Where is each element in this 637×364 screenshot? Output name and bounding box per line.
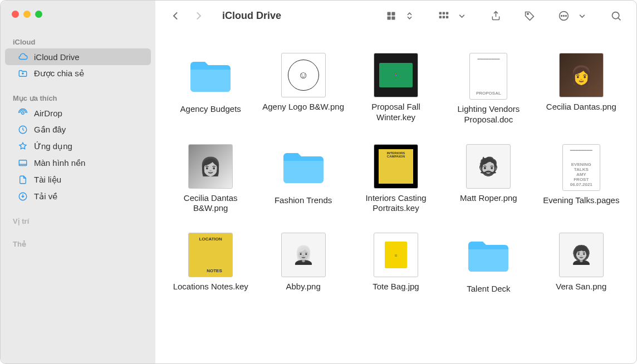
image-thumbnail: LOCATIONNOTES	[188, 233, 233, 277]
section-icloud: iCloud	[1, 36, 155, 48]
folder-icon	[465, 233, 512, 279]
svg-point-0	[22, 73, 23, 74]
download-icon	[17, 191, 28, 202]
file-label: Locations Notes.key	[173, 282, 248, 292]
file-item[interactable]: 👩‍🦱Vera San.png	[540, 233, 623, 294]
sidebar-item-label: Tài liệu	[34, 175, 61, 185]
file-label: Interiors Casting Portraits.key	[354, 193, 438, 214]
svg-rect-7	[388, 16, 391, 19]
sidebar-item-label: AirDrop	[34, 109, 62, 118]
section-locations: Vị trí	[1, 215, 155, 228]
image-thumbnail: 👱‍♀️	[281, 233, 326, 277]
sidebar-item-airdrop[interactable]: AirDrop	[5, 105, 151, 121]
sidebar-item-recents[interactable]: Gần đây	[5, 121, 151, 138]
clock-icon	[17, 124, 28, 135]
sidebar-item-desktop[interactable]: Màn hình nền	[5, 155, 151, 171]
sidebar-item-applications[interactable]: Ứng dụng	[5, 138, 151, 155]
svg-point-1	[22, 112, 24, 115]
svg-rect-9	[439, 12, 442, 14]
file-item[interactable]: Talent Deck	[447, 233, 530, 294]
sidebar-item-shared[interactable]: Được chia sẻ	[5, 65, 151, 82]
toolbar-right	[382, 7, 625, 25]
file-item[interactable]: 🧔Matt Roper.png	[447, 144, 530, 214]
sidebar-item-label: Màn hình nền	[34, 158, 85, 168]
file-item[interactable]: Fashion Trends	[261, 144, 345, 214]
forward-button[interactable]	[189, 7, 208, 25]
shared-folder-icon	[17, 68, 28, 79]
document-thumbnail: ▬▬▬▬▬▬▬▬PROPOSAL	[469, 53, 507, 100]
file-item[interactable]: 👱‍♀️Abby.png	[261, 233, 345, 294]
sidebar-item-label: Tải về	[34, 191, 57, 201]
svg-point-15	[527, 13, 528, 14]
back-button[interactable]	[166, 7, 185, 25]
document-thumbnail: ▬▬▬▬▬▬▬▬EVENING TALKSAMYFROST06.07.2021	[562, 144, 600, 191]
file-label: Agency Budgets	[180, 104, 241, 115]
file-item[interactable]: ☺Tote Bag.jpg	[354, 233, 438, 294]
cloud-icon	[17, 51, 28, 62]
group-chevron-down-icon[interactable]	[453, 7, 471, 25]
applications-icon	[17, 141, 28, 152]
section-favorites: Mục ưa thích	[1, 92, 155, 105]
file-item[interactable]: INTERIORSCAMPAIGNInteriors Casting Portr…	[354, 144, 438, 214]
svg-point-19	[566, 15, 567, 16]
file-item[interactable]: 👩Cecilia Dantas B&W.png	[169, 144, 252, 214]
maximize-button[interactable]	[35, 11, 42, 18]
svg-rect-5	[388, 12, 391, 15]
minimize-button[interactable]	[23, 11, 31, 18]
file-label: Ageny Logo B&W.png	[262, 102, 344, 112]
file-label: Proposal Fall Winter.key	[354, 102, 438, 123]
image-thumbnail: 👩	[559, 53, 604, 97]
file-label: Lighting Vendors Proposal.doc	[447, 104, 530, 125]
file-label: Evening Talks.pages	[543, 195, 619, 206]
search-button[interactable]	[607, 7, 625, 25]
section-tags: Thẻ	[1, 238, 155, 250]
airdrop-icon	[17, 107, 28, 119]
more-button[interactable]	[555, 7, 573, 25]
file-item[interactable]: 👩Cecilia Dantas.png	[540, 53, 623, 125]
svg-rect-3	[19, 160, 27, 166]
svg-rect-11	[446, 12, 448, 14]
view-icons-button[interactable]	[382, 7, 400, 25]
folder-icon	[280, 144, 327, 191]
file-item[interactable]: LOCATIONNOTESLocations Notes.key	[169, 233, 252, 294]
svg-rect-12	[439, 16, 442, 18]
desktop-icon	[17, 158, 28, 169]
folder-icon	[187, 53, 234, 100]
sidebar-item-documents[interactable]: Tài liệu	[5, 171, 151, 188]
svg-point-17	[561, 15, 562, 16]
svg-rect-8	[391, 16, 395, 19]
svg-point-18	[564, 15, 565, 16]
more-chevron-down-icon[interactable]	[573, 7, 591, 25]
image-thumbnail: 👩‍🦱	[559, 233, 604, 277]
sidebar-item-label: Gần đây	[34, 125, 66, 135]
sidebar-item-label: Ứng dụng	[34, 141, 72, 151]
sidebar-item-icloud-drive[interactable]: iCloud Drive	[5, 48, 151, 65]
share-button[interactable]	[487, 7, 505, 25]
svg-rect-10	[443, 12, 445, 14]
svg-point-20	[612, 12, 619, 18]
image-thumbnail: ☺	[374, 233, 418, 277]
close-button[interactable]	[12, 11, 19, 18]
file-item[interactable]: 🧍‍♀️Proposal Fall Winter.key	[354, 53, 438, 125]
sidebar-item-downloads[interactable]: Tải về	[5, 188, 151, 205]
file-item[interactable]: ☺Ageny Logo B&W.png	[261, 53, 345, 125]
file-item[interactable]: ▬▬▬▬▬▬▬▬PROPOSALLighting Vendors Proposa…	[447, 53, 530, 125]
file-item[interactable]: ▬▬▬▬▬▬▬▬EVENING TALKSAMYFROST06.07.2021E…	[540, 144, 623, 214]
sidebar: iCloud iCloud Drive Được chia sẻ Mục ưa …	[1, 1, 155, 363]
file-label: Cecilia Dantas.png	[546, 102, 616, 112]
tags-button[interactable]	[521, 7, 539, 25]
file-label: Tote Bag.jpg	[373, 282, 419, 292]
main-pane: iCloud Drive Agency Budgets☺	[155, 1, 636, 363]
image-thumbnail: 🧔	[466, 144, 511, 189]
svg-rect-14	[446, 16, 448, 18]
file-label: Fashion Trends	[275, 195, 332, 206]
document-icon	[17, 174, 28, 185]
file-label: Vera San.png	[556, 282, 606, 292]
file-item[interactable]: Agency Budgets	[169, 53, 252, 125]
image-thumbnail: INTERIORSCAMPAIGN	[374, 144, 418, 189]
file-grid: Agency Budgets☺Ageny Logo B&W.png🧍‍♀️Pro…	[155, 31, 636, 363]
image-thumbnail: ☺	[281, 53, 326, 97]
toolbar: iCloud Drive	[155, 1, 636, 31]
view-selector-chevron[interactable]	[400, 7, 419, 25]
group-button[interactable]	[434, 7, 453, 25]
